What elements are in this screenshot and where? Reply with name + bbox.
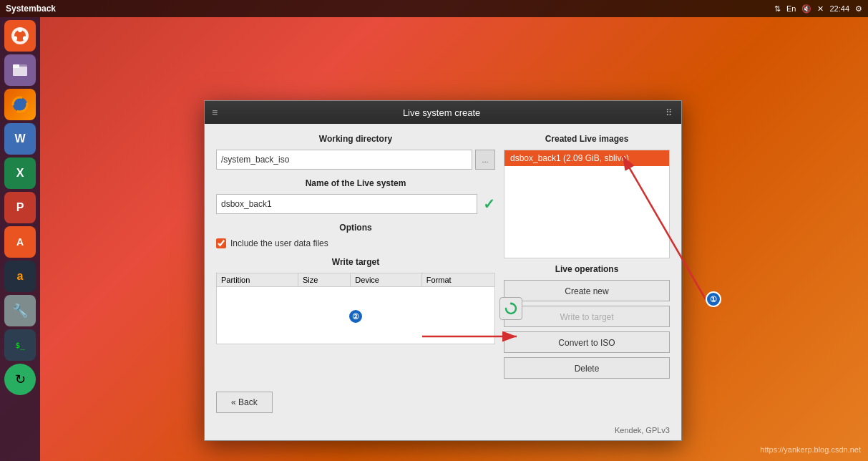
- dock-writer-icon[interactable]: W: [4, 123, 36, 155]
- col-device: Device: [351, 273, 422, 287]
- dock: W X P A a 🔧 $_ ↻: [0, 17, 40, 461]
- dialog-columns: Working directory ... Name of the Live s…: [216, 134, 670, 383]
- live-image-item[interactable]: dsbox_back1 (2.09 GiB, sblive): [504, 150, 669, 166]
- dock-ubuntu-icon[interactable]: [4, 20, 36, 52]
- col-format: Format: [421, 273, 494, 287]
- table-empty-row: ②: [217, 287, 495, 344]
- dock-firefox-icon[interactable]: [4, 89, 36, 120]
- tray-mute-icon[interactable]: 🔇: [801, 4, 811, 14]
- dock-amazon-icon[interactable]: a: [4, 261, 36, 292]
- include-user-data-row: Include the user data files: [216, 238, 495, 248]
- titlebar-icon: ≡: [212, 107, 218, 118]
- create-new-button[interactable]: Create new: [504, 280, 670, 301]
- live-images-header: Created Live images: [504, 134, 670, 144]
- write-target-table: Partition Size Device Format: [216, 273, 495, 344]
- dock-appstore-icon[interactable]: A: [4, 226, 36, 258]
- write-target-section: Write target Partition Size Device Forma…: [216, 257, 495, 344]
- left-column: Working directory ... Name of the Live s…: [216, 134, 495, 383]
- right-column: Created Live images dsbox_back1 (2.09 Gi…: [504, 134, 670, 383]
- taskbar: Systemback ⇅ En 🔇 ✕ 22:44 ⚙: [0, 0, 868, 17]
- badge-2: ②: [348, 309, 364, 324]
- delete-button[interactable]: Delete: [504, 357, 670, 379]
- dock-update-icon[interactable]: ↻: [4, 364, 36, 395]
- desktop: Systemback ⇅ En 🔇 ✕ 22:44 ⚙ W X P A a 🔧 …: [0, 0, 868, 461]
- options-header: Options: [216, 223, 495, 233]
- live-name-header: Name of the Live system: [216, 178, 495, 188]
- live-name-input[interactable]: [216, 194, 477, 214]
- refresh-button[interactable]: [499, 297, 522, 320]
- system-tray: ⇅ En 🔇 ✕ 22:44 ⚙: [774, 4, 862, 14]
- write-target-table-wrapper: Partition Size Device Format: [216, 273, 495, 344]
- live-name-section: Name of the Live system ✓: [216, 178, 495, 214]
- app-name: Systemback: [6, 4, 774, 14]
- tray-settings-icon[interactable]: ⚙: [855, 4, 862, 14]
- svg-point-2: [18, 28, 22, 32]
- back-button-row: « Back: [216, 392, 670, 413]
- dock-terminal-icon[interactable]: $_: [4, 329, 36, 361]
- options-section: Options Include the user data files: [216, 223, 495, 248]
- include-user-data-label: Include the user data files: [230, 238, 328, 248]
- svg-rect-7: [13, 64, 19, 68]
- browse-button[interactable]: ...: [475, 150, 495, 170]
- dialog-footer: Kendek, GPLv3: [205, 423, 681, 440]
- tray-x: ✕: [817, 4, 824, 14]
- dock-impress-icon[interactable]: P: [4, 192, 36, 223]
- dock-settings-icon[interactable]: 🔧: [4, 295, 36, 326]
- dialog-title: Live system create: [218, 107, 665, 118]
- dialog-titlebar: ≡ Live system create ⠿: [205, 101, 681, 124]
- titlebar-menu-icon[interactable]: ⠿: [665, 107, 674, 118]
- dock-files-icon[interactable]: [4, 54, 36, 86]
- working-dir-input[interactable]: [216, 150, 472, 170]
- write-target-header: Write target: [216, 257, 495, 267]
- back-button[interactable]: « Back: [216, 392, 273, 413]
- working-dir-header: Working directory: [216, 134, 495, 144]
- live-operations-section: Live operations Create new Write to targ…: [504, 264, 670, 379]
- write-to-target-button[interactable]: Write to target: [504, 306, 670, 327]
- svg-point-3: [23, 37, 27, 41]
- tray-lang: En: [786, 4, 796, 13]
- convert-to-iso-button[interactable]: Convert to ISO: [504, 331, 670, 353]
- footer-text: Kendek, GPLv3: [615, 426, 670, 435]
- working-dir-row: ...: [216, 150, 495, 170]
- dialog-live-system-create: ≡ Live system create ⠿ Working directory…: [204, 100, 682, 441]
- desktop-url: https://yankerp.blog.csdn.net: [760, 445, 861, 454]
- live-name-row: ✓: [216, 194, 495, 214]
- col-partition: Partition: [217, 273, 298, 287]
- badge-1: ①: [706, 291, 721, 307]
- live-ops-header: Live operations: [504, 264, 670, 274]
- tray-arrows: ⇅: [774, 4, 781, 14]
- col-size: Size: [298, 273, 350, 287]
- live-images-list[interactable]: dsbox_back1 (2.09 GiB, sblive): [504, 150, 670, 258]
- dock-calc-icon[interactable]: X: [4, 157, 36, 189]
- valid-checkmark: ✓: [483, 195, 495, 213]
- tray-time: 22:44: [829, 4, 849, 13]
- include-user-data-checkbox[interactable]: [216, 238, 226, 248]
- svg-point-4: [13, 37, 17, 41]
- dialog-content: Working directory ... Name of the Live s…: [205, 124, 681, 423]
